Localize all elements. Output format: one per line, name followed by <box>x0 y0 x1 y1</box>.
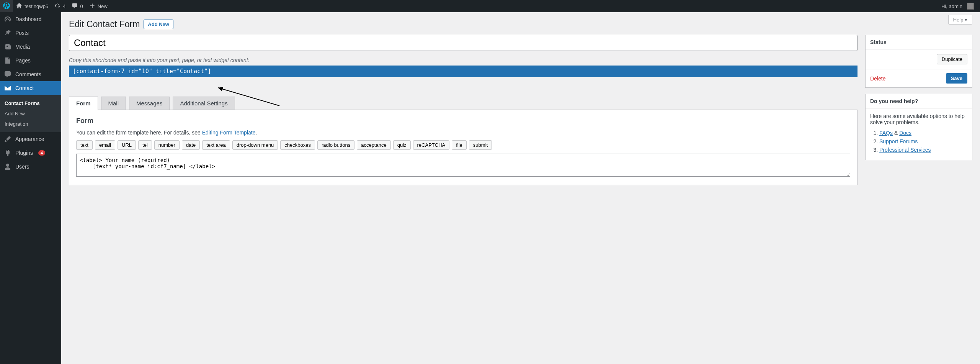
plugins-update-count: 4 <box>38 150 45 156</box>
page-title: Edit Contact Form <box>69 19 140 30</box>
pro-services-link[interactable]: Professional Services <box>879 147 931 153</box>
sidebar-item-appearance[interactable]: Appearance <box>0 132 61 146</box>
admin-toolbar: testingwp5 4 0 New Hi, admin <box>0 0 980 12</box>
delete-link[interactable]: Delete <box>870 75 885 82</box>
help-item-2: Support Forums <box>879 138 967 144</box>
tag-button-text[interactable]: text <box>76 140 93 150</box>
plug-icon <box>4 149 11 157</box>
sidebar-label: Users <box>15 164 29 170</box>
tag-button-email[interactable]: email <box>95 140 115 150</box>
help-intro: Here are some available options to help … <box>870 113 967 125</box>
sidebar-item-comments[interactable]: Comments <box>0 67 61 81</box>
tag-button-quiz[interactable]: quiz <box>393 140 411 150</box>
tag-button-acceptance[interactable]: acceptance <box>357 140 391 150</box>
shortcode-hint: Copy this shortcode and paste it into yo… <box>69 57 858 63</box>
sidebar-item-users[interactable]: Users <box>0 160 61 174</box>
status-box: Status Duplicate Delete Save <box>865 35 972 88</box>
wp-logo[interactable] <box>0 0 13 12</box>
help-label: Help <box>953 17 964 23</box>
form-title-input[interactable] <box>69 35 858 51</box>
form-panel: Form You can edit the form template here… <box>69 110 858 185</box>
form-panel-desc: You can edit the form template here. For… <box>76 130 850 136</box>
sidebar-item-contact[interactable]: Contact <box>0 81 61 95</box>
sidebar-label: Media <box>15 44 30 50</box>
help-box: Do you need help? Here are some availabl… <box>865 94 972 160</box>
account-menu[interactable]: Hi, admin <box>938 0 977 12</box>
brush-icon <box>4 135 11 143</box>
shortcode-box[interactable]: [contact-form-7 id="10" title="Contact"] <box>69 66 858 77</box>
site-link[interactable]: testingwp5 <box>13 0 51 12</box>
user-icon <box>4 163 11 171</box>
comments-link[interactable]: 0 <box>69 0 86 12</box>
wordpress-icon <box>3 2 10 10</box>
new-content[interactable]: New <box>86 0 111 12</box>
sidebar-sub-add-new[interactable]: Add New <box>0 108 61 119</box>
desc-pre: You can edit the form template here. For… <box>76 130 202 136</box>
tag-button-drop-down-menu[interactable]: drop-down menu <box>232 140 278 150</box>
tag-button-radio-buttons[interactable]: radio buttons <box>317 140 354 150</box>
sidebar-label: Posts <box>15 30 29 36</box>
site-name: testingwp5 <box>24 3 48 9</box>
add-new-button[interactable]: Add New <box>144 20 173 29</box>
updates-count: 4 <box>63 3 65 9</box>
help-item-3: Professional Services <box>879 147 967 153</box>
help-tab[interactable]: Help ▾ <box>948 15 972 25</box>
tag-button-text-area[interactable]: text area <box>202 140 230 150</box>
editing-template-link[interactable]: Editing Form Template <box>202 130 256 136</box>
sidebar-label: Pages <box>15 57 31 64</box>
faqs-link[interactable]: FAQs <box>879 130 893 136</box>
desc-post: . <box>255 130 257 136</box>
media-icon <box>4 43 11 51</box>
sidebar-label: Comments <box>15 71 41 77</box>
tag-button-date[interactable]: date <box>182 140 200 150</box>
sidebar-sub-contact-forms[interactable]: Contact Forms <box>0 98 61 108</box>
sidebar-submenu-contact: Contact Forms Add New Integration <box>0 95 61 132</box>
tab-messages[interactable]: Messages <box>129 97 170 110</box>
sidebar-label: Plugins <box>15 150 33 156</box>
tag-button-reCAPTCHA[interactable]: reCAPTCHA <box>413 140 450 150</box>
help-heading: Do you need help? <box>866 94 972 108</box>
tag-button-tel[interactable]: tel <box>138 140 152 150</box>
save-button[interactable]: Save <box>946 73 967 84</box>
mail-icon <box>4 84 11 92</box>
status-heading: Status <box>866 35 972 49</box>
avatar <box>967 3 974 10</box>
tab-form[interactable]: Form <box>69 97 98 110</box>
tag-button-number[interactable]: number <box>154 140 180 150</box>
new-label: New <box>98 3 108 9</box>
sidebar-item-plugins[interactable]: Plugins 4 <box>0 146 61 160</box>
editor-tabs: Form Mail Messages Additional Settings <box>69 96 858 110</box>
help-item-1: FAQs & Docs <box>879 130 967 136</box>
support-forums-link[interactable]: Support Forums <box>879 138 918 144</box>
tag-button-file[interactable]: file <box>452 140 467 150</box>
form-template-textarea[interactable] <box>76 154 850 177</box>
duplicate-button[interactable]: Duplicate <box>937 54 967 64</box>
sidebar-label: Appearance <box>15 136 44 142</box>
comments-count: 0 <box>80 3 83 9</box>
docs-link[interactable]: Docs <box>899 130 911 136</box>
tag-button-submit[interactable]: submit <box>469 140 492 150</box>
sidebar-item-posts[interactable]: Posts <box>0 26 61 40</box>
pin-icon <box>4 29 11 37</box>
tag-button-URL[interactable]: URL <box>118 140 136 150</box>
tab-mail[interactable]: Mail <box>101 97 126 110</box>
sidebar-item-media[interactable]: Media <box>0 40 61 54</box>
updates-link[interactable]: 4 <box>51 0 69 12</box>
tag-button-checkboxes[interactable]: checkboxes <box>280 140 315 150</box>
sidebar-sub-integration[interactable]: Integration <box>0 119 61 129</box>
greeting: Hi, admin <box>941 3 962 9</box>
refresh-icon <box>54 3 60 10</box>
form-panel-heading: Form <box>76 117 850 125</box>
comment-icon <box>72 3 78 10</box>
tab-additional[interactable]: Additional Settings <box>173 97 235 110</box>
sidebar-item-pages[interactable]: Pages <box>0 54 61 67</box>
page-icon <box>4 57 11 64</box>
home-icon <box>16 3 22 10</box>
comment-icon <box>4 71 11 78</box>
dashboard-icon <box>4 15 11 23</box>
main-content: Help ▾ Edit Contact Form Add New Copy th… <box>61 0 980 193</box>
admin-sidebar: Dashboard Posts Media Pages Comments Con… <box>0 12 61 193</box>
plus-icon <box>89 3 95 10</box>
chevron-down-icon: ▾ <box>965 17 967 23</box>
sidebar-item-dashboard[interactable]: Dashboard <box>0 12 61 26</box>
